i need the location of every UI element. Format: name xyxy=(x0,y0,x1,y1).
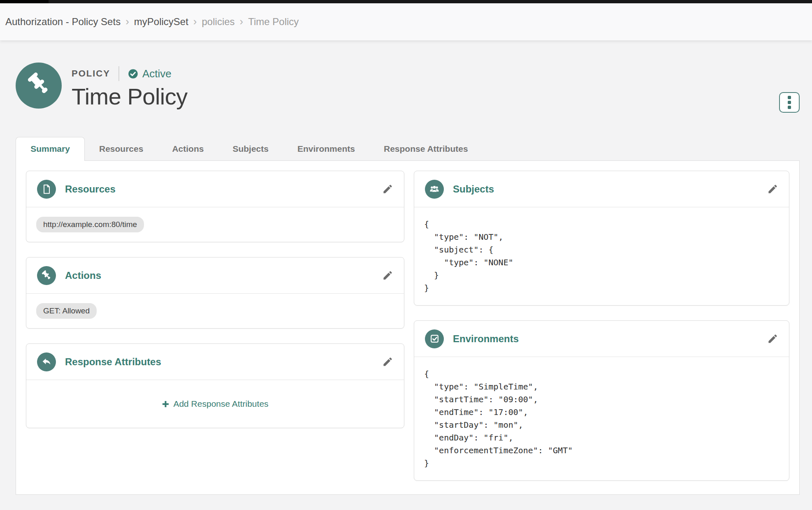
tab-subjects[interactable]: Subjects xyxy=(218,137,283,160)
file-icon xyxy=(37,180,56,199)
breadcrumb-link-policy-sets[interactable]: Authorization - Policy Sets xyxy=(5,16,121,28)
browser-top-strip-segment xyxy=(0,0,49,3)
tab-summary[interactable]: Summary xyxy=(16,137,85,161)
more-actions-button[interactable] xyxy=(779,92,800,113)
gavel-icon xyxy=(25,71,52,100)
status-badge: Active xyxy=(128,67,172,80)
subjects-card-title: Subjects xyxy=(453,183,494,195)
subjects-json: { "type": "NOT", "subject": { "type": "N… xyxy=(414,207,789,305)
resources-card: Resources http://example.com:80/time xyxy=(26,171,404,242)
breadcrumb-separator: › xyxy=(193,15,197,28)
entity-type-label: POLICY xyxy=(72,68,110,79)
breadcrumb-separator: › xyxy=(240,15,244,28)
breadcrumb-item-policies: policies xyxy=(202,16,235,28)
tab-bar: Summary Resources Actions Subjects Envir… xyxy=(16,137,800,160)
resources-edit-button[interactable] xyxy=(382,183,393,195)
pencil-icon xyxy=(382,183,393,195)
actions-card: Actions GET: Allowed xyxy=(26,257,404,329)
header-divider xyxy=(118,66,119,81)
environments-card-title: Environments xyxy=(453,333,519,345)
pencil-icon xyxy=(382,270,393,281)
resources-card-title: Resources xyxy=(65,183,116,195)
breadcrumb-separator: › xyxy=(125,15,129,28)
tab-environments[interactable]: Environments xyxy=(283,137,369,160)
kebab-icon xyxy=(788,96,791,99)
environments-json: { "type": "SimpleTime", "startTime": "09… xyxy=(414,357,789,480)
actions-card-title: Actions xyxy=(65,270,101,281)
environments-edit-button[interactable] xyxy=(767,333,778,344)
environments-card: Environments { "type": "SimpleTime", "st… xyxy=(414,320,789,481)
tab-actions[interactable]: Actions xyxy=(158,137,218,160)
actions-edit-button[interactable] xyxy=(382,270,393,281)
response-attributes-edit-button[interactable] xyxy=(382,356,393,367)
pencil-icon xyxy=(767,183,778,195)
action-value-pill: GET: Allowed xyxy=(36,303,97,319)
add-response-attributes-button[interactable]: Add Response Attributes xyxy=(162,399,268,409)
pencil-icon xyxy=(382,356,393,367)
policy-avatar xyxy=(16,63,62,109)
subjects-card: Subjects { "type": "NOT", "subject": { "… xyxy=(414,171,789,306)
breadcrumb: Authorization - Policy Sets › myPolicySe… xyxy=(0,3,812,40)
check-circle-icon xyxy=(128,68,139,79)
browser-top-strip xyxy=(0,0,812,3)
add-response-attributes-label: Add Response Attributes xyxy=(173,399,268,409)
plus-icon xyxy=(162,400,169,408)
checkbox-icon xyxy=(425,329,444,348)
tab-resources[interactable]: Resources xyxy=(85,137,158,160)
status-label: Active xyxy=(142,67,172,80)
response-attributes-card-title: Response Attributes xyxy=(65,356,161,368)
reply-icon xyxy=(37,352,56,371)
pencil-icon xyxy=(767,333,778,344)
response-attributes-card: Response Attributes Add Respons xyxy=(26,343,404,428)
gavel-icon xyxy=(37,266,56,285)
subjects-edit-button[interactable] xyxy=(767,183,778,195)
breadcrumb-link-mypolicyset[interactable]: myPolicySet xyxy=(134,16,188,28)
page-header: POLICY Active Time Policy xyxy=(16,63,800,110)
summary-panel: Resources http://example.com:80/time xyxy=(16,160,800,495)
resource-value-pill: http://example.com:80/time xyxy=(36,217,144,232)
page-title: Time Policy xyxy=(72,83,188,110)
tab-response-attributes[interactable]: Response Attributes xyxy=(369,137,483,160)
breadcrumb-item-current: Time Policy xyxy=(248,16,299,28)
users-icon xyxy=(425,180,444,199)
